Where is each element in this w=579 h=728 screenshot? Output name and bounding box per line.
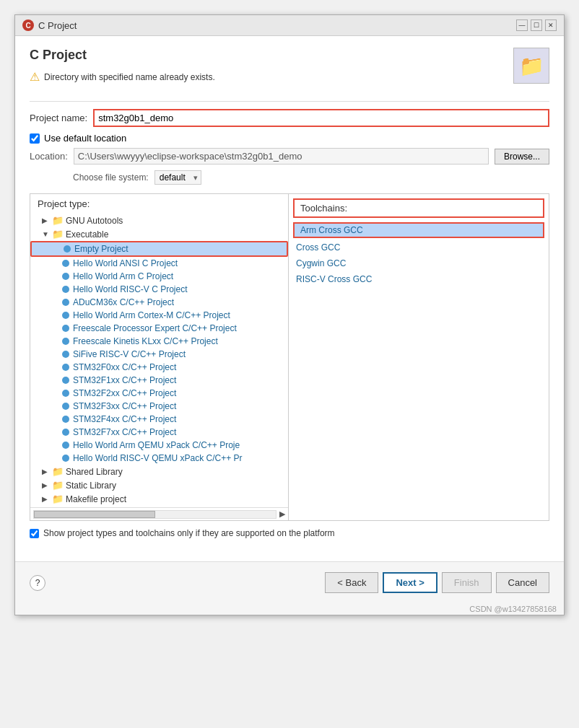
label-risc-v-cross-gcc: RISC-V Cross GCC xyxy=(296,274,372,284)
folder-shared-library-icon: 📁 xyxy=(52,466,64,477)
tree-item-sifive-risc-v[interactable]: SiFive RISC-V C/C++ Project xyxy=(30,348,288,361)
project-name-input[interactable] xyxy=(93,109,549,127)
tree-item-stm32f2xx[interactable]: STM32F2xx C/C++ Project xyxy=(30,387,288,400)
tree-item-empty-project[interactable]: Empty Project xyxy=(30,241,288,257)
tree-item-aducm36x[interactable]: ADuCM36x C/C++ Project xyxy=(30,296,288,309)
tree-item-freescale-kinetis[interactable]: Freescale Kinetis KLxx C/C++ Project xyxy=(30,335,288,348)
project-icon: 📁 xyxy=(513,48,549,84)
scroll-thumb[interactable] xyxy=(34,511,155,518)
main-window: C C Project — ☐ ✕ C Project ⚠ Directory … xyxy=(14,14,565,615)
toggle-static-library: ▶ xyxy=(42,481,52,489)
bullet-hello-risc-v-qemu xyxy=(62,455,69,462)
label-static-library: Static Library xyxy=(66,481,116,491)
project-type-tree[interactable]: ▶ 📁 GNU Autotools ▼ 📁 Executable xyxy=(30,212,288,507)
next-button[interactable]: Next > xyxy=(383,572,437,593)
back-button[interactable]: < Back xyxy=(325,572,378,593)
tree-item-stm32f7xx[interactable]: STM32F7xx C/C++ Project xyxy=(30,426,288,439)
maximize-button[interactable]: ☐ xyxy=(531,19,542,31)
label-stm32f1xx: STM32F1xx C/C++ Project xyxy=(73,375,176,385)
label-stm32f7xx: STM32F7xx C/C++ Project xyxy=(73,427,176,437)
folder-makefile-icon: 📁 xyxy=(52,494,64,504)
warning-icon: ⚠ xyxy=(30,70,40,84)
window-controls: — ☐ ✕ xyxy=(516,19,557,31)
app-icon: C xyxy=(22,19,34,31)
use-default-location-label: Use default location xyxy=(44,133,126,144)
label-empty-project: Empty Project xyxy=(74,244,129,254)
label-gnu-autotools: GNU Autotools xyxy=(66,216,123,226)
project-type-panel: Project type: ▶ 📁 GNU Autotools ▼ 📁 Exec… xyxy=(30,194,289,520)
tree-item-stm32f3xx[interactable]: STM32F3xx C/C++ Project xyxy=(30,400,288,413)
bottom-bar: ? < Back Next > Finish Cancel xyxy=(15,561,564,603)
use-default-location-checkbox[interactable] xyxy=(30,133,40,144)
bullet-sifive-risc-v xyxy=(62,351,69,358)
close-button[interactable]: ✕ xyxy=(545,19,557,31)
tree-item-hello-world-ansi[interactable]: Hello World ANSI C Project xyxy=(30,257,288,270)
bullet-stm32f7xx xyxy=(62,429,69,436)
label-hello-arm-cortex: Hello World Arm Cortex-M C/C++ Project xyxy=(73,310,230,320)
bullet-stm32f1xx xyxy=(62,377,69,384)
label-arm-cross-gcc: Arm Cross GCC xyxy=(300,225,363,235)
toolchain-cross-gcc[interactable]: Cross GCC xyxy=(289,240,549,255)
title-bar-left: C C Project xyxy=(22,19,77,31)
filter-checkbox[interactable] xyxy=(30,529,39,538)
bullet-aducm36x xyxy=(62,299,69,306)
tree-item-gnu-autotools[interactable]: ▶ 📁 GNU Autotools xyxy=(30,214,288,227)
window-title: C Project xyxy=(38,20,77,31)
tree-item-shared-library[interactable]: ▶ 📁 Shared Library xyxy=(30,465,288,478)
bullet-hello-world-ansi xyxy=(62,260,69,267)
tree-item-static-library[interactable]: ▶ 📁 Static Library xyxy=(30,478,288,492)
toggle-makefile: ▶ xyxy=(42,495,52,503)
filesystem-select[interactable]: default xyxy=(154,170,201,185)
finish-button[interactable]: Finish xyxy=(442,572,492,593)
label-executable: Executable xyxy=(66,229,108,240)
label-cygwin-gcc: Cygwin GCC xyxy=(296,258,346,268)
tree-item-freescale-processor[interactable]: Freescale Processor Expert C/C++ Project xyxy=(30,322,288,335)
location-label: Location: xyxy=(30,151,68,162)
project-name-label: Project name: xyxy=(30,113,87,123)
toggle-gnu-autotools: ▶ xyxy=(42,216,52,224)
bullet-hello-world-risc-v xyxy=(62,286,69,293)
bullet-freescale-kinetis xyxy=(62,338,69,345)
bullet-empty-project xyxy=(64,245,71,253)
dialog-content: C Project ⚠ Directory with specified nam… xyxy=(15,36,564,561)
tree-item-stm32f1xx[interactable]: STM32F1xx C/C++ Project xyxy=(30,374,288,387)
bullet-freescale-processor xyxy=(62,325,69,332)
warning-bar: ⚠ Directory with specified name already … xyxy=(30,70,215,84)
toolchain-cygwin-gcc[interactable]: Cygwin GCC xyxy=(289,255,549,271)
tree-item-makefile[interactable]: ▶ 📁 Makefile project xyxy=(30,492,288,506)
toolchain-risc-v-cross-gcc[interactable]: RISC-V Cross GCC xyxy=(289,271,549,287)
minimize-button[interactable]: — xyxy=(516,19,528,31)
tree-item-hello-arm-qemu[interactable]: Hello World Arm QEMU xPack C/C++ Proje xyxy=(30,439,288,452)
label-hello-world-arm: Hello World Arm C Project xyxy=(73,271,173,281)
tree-item-stm32f4xx[interactable]: STM32F4xx C/C++ Project xyxy=(30,413,288,426)
tree-item-hello-risc-v-qemu[interactable]: Hello World RISC-V QEMU xPack C/C++ Pr xyxy=(30,452,288,465)
toolchains-panel: Toolchains: Arm Cross GCC Cross GCC Cygw… xyxy=(289,194,549,520)
scroll-right-btn[interactable]: ▶ xyxy=(277,509,285,519)
tree-item-stm32f0xx[interactable]: STM32F0xx C/C++ Project xyxy=(30,361,288,374)
project-type-header: Project type: xyxy=(30,194,288,212)
filter-checkbox-row: Show project types and toolchains only i… xyxy=(30,528,549,538)
title-bar: C C Project — ☐ ✕ xyxy=(15,15,564,36)
location-input[interactable] xyxy=(74,148,489,165)
label-shared-library: Shared Library xyxy=(66,467,123,477)
tree-item-hello-world-risc-v[interactable]: Hello World RISC-V C Project xyxy=(30,283,288,296)
main-panels: Project type: ▶ 📁 GNU Autotools ▼ 📁 Exec… xyxy=(30,193,549,521)
scroll-track[interactable] xyxy=(33,510,277,519)
tree-item-hello-world-arm[interactable]: Hello World Arm C Project xyxy=(30,270,288,283)
filesystem-label: Choose file system: xyxy=(73,172,149,183)
filesystem-row: Choose file system: default xyxy=(30,170,549,185)
bullet-stm32f4xx xyxy=(62,416,69,423)
horizontal-scrollbar[interactable]: ▶ xyxy=(30,507,288,520)
project-name-row: Project name: xyxy=(30,109,549,127)
toolchain-arm-cross-gcc[interactable]: Arm Cross GCC xyxy=(293,222,544,238)
folder-gnu-autotools-icon: 📁 xyxy=(52,215,64,226)
browse-button[interactable]: Browse... xyxy=(495,149,549,165)
cancel-button[interactable]: Cancel xyxy=(496,572,549,593)
tree-item-hello-arm-cortex[interactable]: Hello World Arm Cortex-M C/C++ Project xyxy=(30,309,288,322)
folder-static-library-icon: 📁 xyxy=(52,480,64,491)
label-stm32f3xx: STM32F3xx C/C++ Project xyxy=(73,401,176,411)
divider1 xyxy=(30,101,549,102)
label-cross-gcc: Cross GCC xyxy=(296,242,340,253)
tree-item-executable[interactable]: ▼ 📁 Executable xyxy=(30,227,288,241)
help-button[interactable]: ? xyxy=(30,575,45,591)
